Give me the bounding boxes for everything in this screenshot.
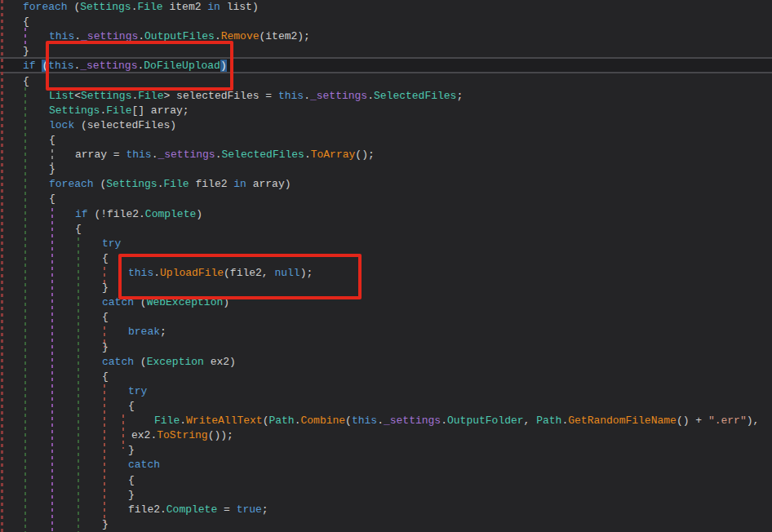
code-line[interactable]: {	[0, 133, 772, 148]
code-token: lock	[49, 119, 74, 131]
code-editor[interactable]: foreach (Settings.File item2 in list){th…	[0, 0, 772, 532]
code-line[interactable]: Settings.File[] array;	[0, 104, 772, 118]
code-token: )	[220, 60, 227, 72]
code-token: ex2)	[204, 356, 236, 368]
code-token: in	[233, 178, 246, 190]
code-token: .	[304, 149, 311, 161]
code-line[interactable]: }	[0, 340, 772, 355]
code-token: Settings	[106, 178, 157, 190]
code-line[interactable]: file2.Complete = true;	[0, 503, 772, 517]
code-token: item2	[163, 1, 208, 13]
code-line[interactable]: catch	[0, 458, 772, 472]
code-token: ());	[208, 429, 233, 441]
code-token: this	[126, 149, 151, 161]
code-token: }	[23, 45, 29, 57]
code-token: in	[207, 1, 220, 13]
code-line[interactable]: }	[0, 443, 772, 458]
code-token: .	[74, 30, 81, 42]
code-line[interactable]: this._settings.OutputFiles.Remove(item2)…	[0, 29, 772, 44]
code-line[interactable]: break;	[0, 325, 772, 339]
code-token: Settings	[80, 1, 131, 13]
code-token: ;	[160, 326, 166, 338]
code-token: catch	[102, 296, 134, 308]
code-line[interactable]: File.WriteAllText(Path.Combine(this._set…	[0, 414, 772, 428]
code-token: catch	[128, 459, 160, 471]
code-token: this	[48, 60, 73, 72]
code-token: {	[102, 370, 109, 383]
code-line[interactable]: {	[0, 370, 772, 384]
code-line[interactable]: if (this._settings.DoFileUpload)	[0, 59, 772, 73]
code-token: Remove	[221, 30, 260, 42]
code-line[interactable]: }	[0, 162, 772, 177]
code-token: )	[223, 296, 229, 308]
code-token: .	[153, 267, 160, 279]
code-token: this	[278, 90, 304, 102]
code-token: this	[49, 30, 74, 42]
code-token: ".err"	[708, 415, 747, 427]
code-line[interactable]: {	[0, 473, 772, 488]
code-token: ;	[456, 90, 463, 102]
code-token: null	[274, 267, 299, 279]
code-line[interactable]: if (!file2.Complete)	[0, 207, 772, 222]
code-line[interactable]: array = this._settings.SelectedFiles.ToA…	[0, 148, 772, 162]
code-token: .	[441, 415, 447, 427]
code-token: File	[163, 178, 189, 190]
code-token: DoFileUpload	[144, 60, 220, 72]
code-token: this	[352, 415, 377, 427]
code-token: (	[68, 1, 81, 13]
code-line[interactable]: {	[0, 74, 772, 89]
code-line[interactable]: this.UploadFile(file2, null);	[0, 266, 772, 281]
code-line[interactable]: List<Settings.File> selectedFiles = this…	[0, 89, 772, 104]
code-token: Combine	[301, 415, 346, 427]
code-line[interactable]: {	[0, 399, 772, 414]
code-token: File	[106, 104, 131, 117]
code-token: _settings	[384, 415, 441, 427]
code-line[interactable]: }	[0, 488, 772, 503]
code-line[interactable]: {	[0, 192, 772, 206]
code-token: (item2);	[260, 30, 310, 42]
code-line[interactable]: }	[0, 517, 772, 532]
code-token: Exception	[147, 356, 204, 368]
code-token: _settings	[81, 30, 138, 42]
code-token: WriteAllText	[186, 415, 263, 427]
code-token: array)	[246, 178, 291, 190]
code-token: );	[300, 267, 313, 279]
code-token: }	[128, 489, 135, 501]
code-token: array =	[75, 149, 126, 161]
code-token: (!file2.	[88, 208, 145, 220]
code-line[interactable]: {	[0, 222, 772, 237]
code-token: ToString	[157, 429, 207, 441]
code-line[interactable]: {	[0, 15, 772, 29]
code-token: break	[128, 326, 160, 338]
code-token: Settings	[81, 90, 131, 102]
code-token: ;	[262, 503, 268, 516]
code-line[interactable]: }	[0, 44, 772, 59]
code-token: <	[74, 90, 81, 102]
code-token: Path	[536, 415, 561, 427]
code-line[interactable]: try	[0, 384, 772, 399]
code-token: > selectedFiles =	[163, 90, 277, 102]
code-line[interactable]: {	[0, 310, 772, 325]
code-token: List	[49, 90, 74, 102]
code-line[interactable]: catch (WebException)	[0, 295, 772, 310]
code-token: .	[367, 90, 374, 102]
code-token: {	[49, 193, 55, 205]
code-token: UploadFile	[160, 267, 224, 279]
code-line[interactable]: foreach (Settings.File item2 in list)	[0, 0, 772, 15]
code-token: (	[94, 178, 107, 190]
code-line[interactable]: lock (selectedFiles)	[0, 118, 772, 133]
code-line[interactable]: foreach (Settings.File file2 in array)	[0, 177, 772, 192]
code-token: ex2.	[131, 429, 157, 441]
code-line[interactable]: catch (Exception ex2)	[0, 355, 772, 370]
code-token: ,	[524, 415, 537, 427]
code-token: }	[128, 444, 135, 456]
code-token: OutputFolder	[447, 415, 524, 427]
code-line[interactable]: {	[0, 251, 772, 266]
code-token: {	[49, 134, 55, 146]
code-token: (	[134, 296, 147, 308]
code-line[interactable]: try	[0, 237, 772, 251]
code-line[interactable]: ex2.ToString());	[0, 428, 772, 443]
code-line[interactable]: }	[0, 281, 772, 295]
code-token: (file2,	[224, 267, 274, 279]
code-token: File	[154, 415, 180, 427]
